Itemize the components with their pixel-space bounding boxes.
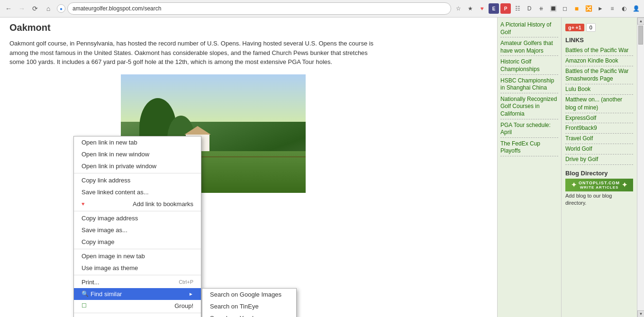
page-content: Oakmont Oakmont golf course, in Pennsylv… — [0, 18, 644, 317]
links-section-title: LINKS — [565, 36, 633, 44]
cm-sep-3 — [74, 249, 201, 249]
cm-sep-1 — [74, 173, 201, 173]
sidebar-link-travelgolf[interactable]: Travel Golf — [565, 134, 633, 144]
post-body-text: Oakmont golf course, in Pennsylvania, ha… — [9, 39, 379, 67]
toolbar-button-4[interactable]: 🔳 — [548, 3, 558, 14]
scrollbar-up-button[interactable]: ▲ — [637, 18, 644, 25]
cm-find-similar-container: 🔍 Find similar ► Search on Google Images… — [74, 288, 201, 300]
right-blog-sidebar: A Pictorial History of Golf Amateur Golf… — [497, 18, 561, 317]
sidebar-link-pictorial[interactable]: A Pictorial History of Golf — [500, 20, 558, 37]
sidebar-link-matthew[interactable]: Matthew on... (another blog of mine) — [565, 95, 633, 113]
cm-open-new-tab[interactable]: Open link in new tab — [74, 136, 201, 148]
gplus-button[interactable]: g+ +1 — [565, 24, 584, 31]
sidebar-link-expressgolf[interactable]: ExpressGolf — [565, 113, 633, 124]
sidebar-link-pga[interactable]: PGA Tour schedule: April — [500, 121, 558, 138]
toolbar-button-9[interactable]: ≡ — [607, 3, 617, 14]
context-menu: Open link in new tab Open link in new wi… — [73, 136, 201, 317]
browser-toolbar: ← → ⟳ ⌂ ● ☆ ★ ♥ E P ☷ D ⧺ 🔳 ◻ ■ 🔀 ► ≡ ◐ … — [0, 0, 644, 17]
cm-save-image[interactable]: Save image as... — [74, 224, 201, 236]
sidebar-link-nationally[interactable]: Nationally Recognized Golf Courses in Ca… — [500, 95, 558, 119]
main-area: Oakmont Oakmont golf course, in Pennsylv… — [0, 18, 497, 317]
cm-sub-tineye[interactable]: Search on TinEye — [202, 300, 296, 312]
image-container: ♥ Open link in new tab Open link in new … — [73, 74, 315, 193]
cm-add-bookmark[interactable]: ♥ Add link to bookmarks — [74, 198, 201, 210]
cm-sub-google[interactable]: Search on Google Images — [202, 289, 296, 300]
sidebar-link-worldgolf[interactable]: World Golf — [565, 144, 633, 154]
sidebar-link-hsbc[interactable]: HSBC Championship in Shanghai China — [500, 76, 558, 93]
sidebar-link-battles1[interactable]: Battles of the Pacific War — [565, 45, 633, 56]
ontoplist-star-left: ✦ — [571, 181, 577, 189]
sidebar-link-fedex[interactable]: The FedEx Cup Playoffs — [500, 139, 558, 156]
profile-button[interactable]: 👤 — [631, 3, 641, 14]
gplus-count: 0 — [586, 23, 596, 32]
cm-inspect[interactable]: Inspect element Ctrl+Shift+I — [74, 314, 201, 317]
house-roof — [184, 126, 211, 135]
gplus-widget: g+ +1 0 — [565, 23, 633, 32]
sidebar-link-front9[interactable]: Front9back9 — [565, 123, 633, 134]
sidebar-link-drivebygolf[interactable]: Drive by Golf — [565, 154, 633, 165]
cm-print[interactable]: Print... Ctrl+P — [74, 276, 201, 288]
toolbar-button-7[interactable]: 🔀 — [583, 3, 594, 14]
cm-copy-image-addr[interactable]: Copy image address — [74, 212, 201, 224]
post-title: Oakmont — [9, 22, 379, 33]
cm-print-shortcut: Ctrl+P — [179, 279, 193, 285]
gplus-plus-one-label: +1 — [575, 25, 581, 30]
browser-icons: ☆ ★ ♥ E P ☷ D ⧺ 🔳 ◻ ■ 🔀 ► ≡ ◐ 👤 — [453, 3, 641, 14]
find-similar-icon: 🔍 — [82, 290, 89, 297]
scrollbar-thumb[interactable] — [638, 26, 643, 45]
heart-button[interactable]: ♥ — [477, 3, 487, 14]
cm-save-linked[interactable]: Save linked content as... — [74, 186, 201, 198]
toolbar-button-2[interactable]: D — [524, 3, 535, 14]
forward-button[interactable]: → — [16, 3, 27, 14]
browser-chrome: ← → ⟳ ⌂ ● ☆ ★ ♥ E P ☷ D ⧺ 🔳 ◻ ■ 🔀 ► ≡ ◐ … — [0, 0, 644, 18]
scrollbar-track: ▲ ▼ — [637, 18, 644, 317]
cm-sub-yandex[interactable]: Search on Yandex — [202, 312, 296, 317]
sidebar-link-battles-smash[interactable]: Battles of the Pacific War Smashwords Pa… — [565, 66, 633, 85]
blog-dir-section: Blog Directory ✦ ONTOPLIST.COM WRITE ART… — [565, 170, 633, 207]
right-links-sidebar: g+ +1 0 LINKS Battles of the Pacific War… — [561, 18, 637, 317]
cm-copy-link[interactable]: Copy link address — [74, 174, 201, 186]
cm-find-similar[interactable]: 🔍 Find similar ► — [74, 288, 201, 300]
back-button[interactable]: ← — [3, 3, 14, 14]
security-icon: ● — [57, 4, 65, 13]
cm-sep-2 — [74, 211, 201, 211]
ontoplist-name: ONTOPLIST.COM — [579, 181, 620, 185]
extensions-button[interactable]: E — [489, 3, 499, 14]
pocket-button[interactable]: P — [500, 3, 511, 14]
toolbar-button-1[interactable]: ☷ — [512, 3, 523, 14]
main-inner: Oakmont Oakmont golf course, in Pennsylv… — [0, 18, 389, 317]
history-button[interactable]: ◐ — [619, 3, 629, 14]
scrollbar-down-button[interactable]: ▼ — [637, 310, 644, 317]
reload-button[interactable]: ⟳ — [29, 3, 41, 14]
toolbar-button-5[interactable]: ◻ — [560, 3, 570, 14]
bookmark-filled-button[interactable]: ★ — [465, 3, 475, 14]
cm-open-image-new-tab[interactable]: Open image in new tab — [74, 250, 201, 262]
context-submenu: Search on Google Images Search on TinEye… — [202, 288, 297, 317]
cm-open-private[interactable]: Open link in private window — [74, 160, 201, 172]
cm-sep-4 — [74, 275, 201, 275]
blog-dir-title: Blog Directory — [565, 170, 633, 177]
sidebar-link-historic[interactable]: Historic Golf Championships — [500, 57, 558, 74]
scrollbar-groove — [637, 25, 644, 310]
bookmark-star-button[interactable]: ☆ — [453, 3, 463, 14]
ontoplist-star-right: ✦ — [622, 181, 628, 189]
cm-open-new-window[interactable]: Open link in new window — [74, 148, 201, 160]
sidebar-link-kindle[interactable]: Amazon Kindle Book — [565, 56, 633, 66]
ontoplist-widget: ✦ ONTOPLIST.COM WRITE ARTICLES ✦ — [565, 179, 633, 191]
submenu-arrow: ► — [189, 291, 193, 297]
toolbar-button-3[interactable]: ⧺ — [536, 3, 546, 14]
home-button[interactable]: ⌂ — [43, 3, 54, 14]
toolbar-button-6[interactable]: ■ — [571, 3, 582, 14]
sidebar-link-amateurs[interactable]: Amateur Golfers that have won Majors — [500, 39, 558, 56]
cm-copy-image[interactable]: Copy image — [74, 236, 201, 248]
heart-icon-small: ♥ — [82, 201, 85, 207]
toolbar-button-8[interactable]: ► — [595, 3, 606, 14]
ontoplist-action: WRITE ARTICLES — [579, 185, 620, 190]
group-icon: ☐ — [82, 302, 87, 309]
cm-use-as-theme[interactable]: Use image as theme — [74, 262, 201, 274]
cm-group[interactable]: ☐ Group! — [74, 300, 201, 312]
blog-dir-text: Add blog to our blog directory. — [565, 192, 633, 207]
address-bar[interactable] — [67, 2, 451, 15]
cm-sep-5 — [74, 313, 201, 313]
sidebar-link-lulu[interactable]: Lulu Book — [565, 84, 633, 95]
